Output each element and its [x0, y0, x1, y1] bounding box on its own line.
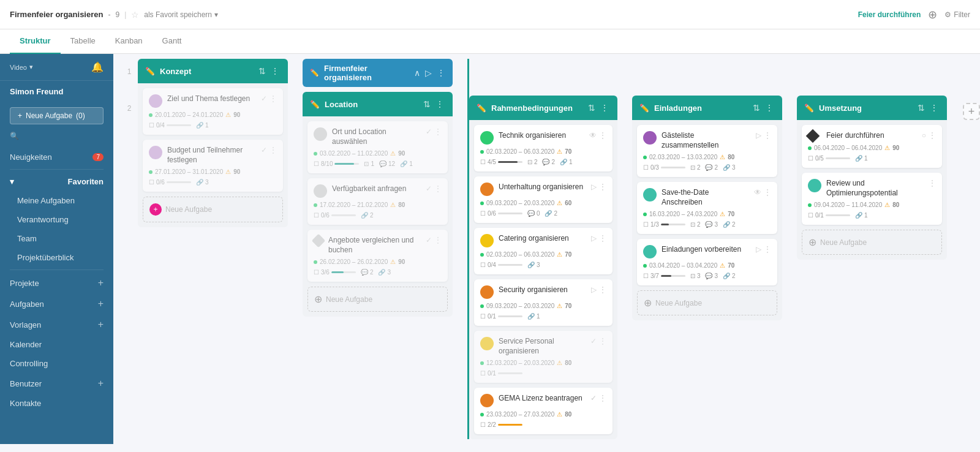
more-icon[interactable]: ⋮ — [764, 102, 775, 114]
sidebar-item-benutzer[interactable]: Benutzer + — [0, 373, 113, 394]
play-icon[interactable]: ▷ — [591, 183, 597, 191]
task-security[interactable]: Security organisieren ▷ ⋮ 09.03.2020 – 2… — [474, 279, 612, 326]
more-icon[interactable]: ⋮ — [434, 184, 442, 193]
task-technik[interactable]: Technik organisieren 👁 ⋮ 02.03.2020 – 06… — [474, 125, 612, 171]
play-icon[interactable]: ▷ — [425, 68, 432, 78]
more-icon[interactable]: ⋮ — [434, 127, 442, 136]
task-budget[interactable]: Budget und Teilnehmer festlegen ✓ ⋮ 27.0… — [143, 140, 283, 192]
more-icon[interactable]: ⋮ — [434, 98, 445, 110]
eye-icon[interactable]: 👁 — [754, 188, 761, 197]
sort-icon[interactable]: ⇅ — [422, 98, 432, 110]
sidebar-item-projekte[interactable]: Projekte + — [0, 273, 113, 293]
sidebar-item-neuigkeiten[interactable]: Neuigkeiten 7 — [0, 148, 113, 167]
bell-icon[interactable]: 🔔 — [91, 61, 104, 73]
sidebar-item-favoriten[interactable]: ▾ Favoriten — [0, 172, 113, 191]
play-icon[interactable]: ▷ — [756, 245, 761, 254]
task-ziel[interactable]: Ziel und Thema festlegen ✓ ⋮ 20.01.2020 … — [143, 88, 283, 135]
task-review[interactable]: Review und Optimierungspotential ⋮ 09.04… — [802, 173, 942, 225]
task-ort[interactable]: Ort und Location auswählen ✓ ⋮ 03.02.202… — [307, 121, 448, 173]
sidebar-item-meine-aufgaben[interactable]: Meine Aufgaben — [0, 191, 113, 210]
add-projekte-icon[interactable]: + — [98, 277, 104, 288]
task-meta: ☐0/6 💬0 🔗2 — [480, 210, 606, 217]
status-dot — [643, 156, 647, 159]
more-icon[interactable]: ⋮ — [599, 285, 606, 294]
more-icon[interactable]: ⋮ — [270, 94, 277, 103]
featured-task-card[interactable]: ✏️ Firmenfeier organisieren ∧ ▷ ⋮ — [303, 59, 453, 87]
location-body: Ort und Location auswählen ✓ ⋮ 03.02.202… — [303, 116, 453, 317]
task-gastliste[interactable]: Gästeliste zusammenstellen ▷ ⋮ 02.03.202… — [637, 125, 777, 177]
play-icon[interactable]: ▷ — [756, 131, 761, 140]
eye-icon[interactable]: 👁 — [589, 131, 597, 140]
task-catering[interactable]: Catering organisieren ▷ ⋮ 02.03.2020 – 0… — [474, 228, 612, 274]
sidebar-item-team[interactable]: Team — [0, 229, 113, 248]
subtask-icon: ⊡ — [690, 273, 695, 279]
add-view-button[interactable]: ⊕ — [928, 8, 937, 21]
tab-tabelle[interactable]: Tabelle — [61, 29, 105, 54]
tab-kanban[interactable]: Kanban — [105, 29, 153, 54]
check-icon[interactable]: ✓ — [261, 94, 267, 103]
task-einladungen-vorb[interactable]: Einladungen vorbereiten ▷ ⋮ 03.04.2020 –… — [637, 239, 777, 285]
more-icon[interactable]: ⋮ — [270, 146, 277, 154]
tab-struktur[interactable]: Struktur — [10, 29, 61, 54]
sidebar-item-vorlagen[interactable]: Vorlagen + — [0, 314, 113, 335]
check-icon: ☐ — [480, 421, 486, 428]
more-icon[interactable]: ⋮ — [764, 188, 771, 197]
task-verfugbarkeit[interactable]: Verfügbarkeit anfragen ✓ ⋮ 17.02.2020 – … — [307, 178, 448, 225]
more-icon[interactable]: ⋮ — [599, 102, 610, 114]
more-icon[interactable]: ⋮ — [764, 245, 771, 254]
check-icon[interactable]: ✓ — [590, 337, 597, 345]
more-icon[interactable]: ⋮ — [599, 234, 606, 243]
new-task-konzept[interactable]: + Neue Aufgabe — [143, 197, 283, 222]
star-button[interactable]: ☆ — [131, 10, 139, 20]
sidebar-item-controlling[interactable]: Controlling — [0, 354, 113, 373]
sidebar-item-kontakte[interactable]: Kontakte — [0, 394, 113, 413]
task-feier[interactable]: Feier durchführen ○ ⋮ 06.04.2020 – 06.04… — [802, 125, 942, 168]
task-gema[interactable]: GEMA Lizenz beantragen ✓ ⋮ 23.03.2020 – … — [474, 388, 612, 434]
add-column-button[interactable]: + — [963, 103, 980, 120]
new-task-umsetzung[interactable]: ⊕ Neue Aufgabe — [802, 230, 942, 255]
check-icon[interactable]: ✓ — [590, 394, 597, 402]
sort-icon[interactable]: ⇅ — [916, 102, 926, 114]
more-icon[interactable]: ⋮ — [270, 65, 281, 77]
favorite-button[interactable]: als Favorit speichern ▾ — [144, 10, 218, 19]
sidebar-item-kalender[interactable]: Kalender — [0, 335, 113, 354]
more-icon[interactable]: ⋮ — [764, 131, 771, 140]
task-unterhaltung[interactable]: Unterhaltung organisieren ▷ ⋮ 09.03.2020… — [474, 176, 612, 223]
more-icon[interactable]: ⋮ — [599, 394, 606, 402]
new-task-button[interactable]: + Neue Aufgabe (0) — [10, 107, 104, 124]
add-aufgaben-icon[interactable]: + — [98, 298, 104, 309]
check-icon[interactable]: ✓ — [426, 236, 432, 244]
more-icon[interactable]: ⋮ — [434, 236, 442, 244]
task-angebote[interactable]: Angebote vergleichen und buchen ✓ ⋮ 26.0… — [307, 230, 448, 282]
sidebar-item-verantwortung[interactable]: Verantwortung — [0, 210, 113, 229]
task-service[interactable]: Service Personal organisieren ✓ ⋮ 12.03.… — [474, 331, 612, 383]
more-icon[interactable]: ⋮ — [599, 337, 606, 345]
task-savedate[interactable]: Save-the-Date Anschreiben 👁 ⋮ 16.03.2020… — [637, 182, 777, 234]
more-icon[interactable]: ⋮ — [599, 131, 606, 140]
add-benutzer-icon[interactable]: + — [98, 378, 104, 389]
check-icon[interactable]: ✓ — [261, 146, 267, 154]
new-task-einladungen[interactable]: ⊕ Neue Aufgabe — [637, 290, 777, 315]
more-icon[interactable]: ⋮ — [929, 131, 936, 140]
play-icon[interactable]: ▷ — [591, 234, 597, 243]
more-icon[interactable]: ⋮ — [929, 102, 940, 114]
new-task-location[interactable]: ⊕ Neue Aufgabe — [307, 287, 448, 312]
more-icon[interactable]: ⋮ — [599, 183, 606, 191]
play-icon[interactable]: ▷ — [591, 285, 597, 294]
sort-icon[interactable]: ⇅ — [587, 102, 597, 114]
sidebar-item-projektuberblick[interactable]: Projektüberblick — [0, 248, 113, 267]
filter-button[interactable]: ⚙ Filter — [944, 10, 970, 19]
more-icon[interactable]: ⋮ — [437, 68, 445, 78]
add-vorlagen-icon[interactable]: + — [98, 319, 104, 330]
search-button[interactable]: 🔍 — [0, 129, 113, 143]
check-icon[interactable]: ✓ — [426, 127, 432, 136]
collapse-icon[interactable]: ∧ — [414, 68, 420, 78]
sort-icon[interactable]: ⇅ — [752, 102, 761, 114]
check-icon[interactable]: ✓ — [426, 184, 432, 193]
active-task-label: Feier durchführen — [858, 10, 921, 19]
more-icon[interactable]: ⋮ — [929, 179, 936, 187]
sort-icon[interactable]: ⇅ — [257, 65, 267, 77]
circle-icon[interactable]: ○ — [922, 131, 926, 140]
sidebar-item-aufgaben[interactable]: Aufgaben + — [0, 293, 113, 314]
tab-gantt[interactable]: Gantt — [153, 29, 192, 54]
